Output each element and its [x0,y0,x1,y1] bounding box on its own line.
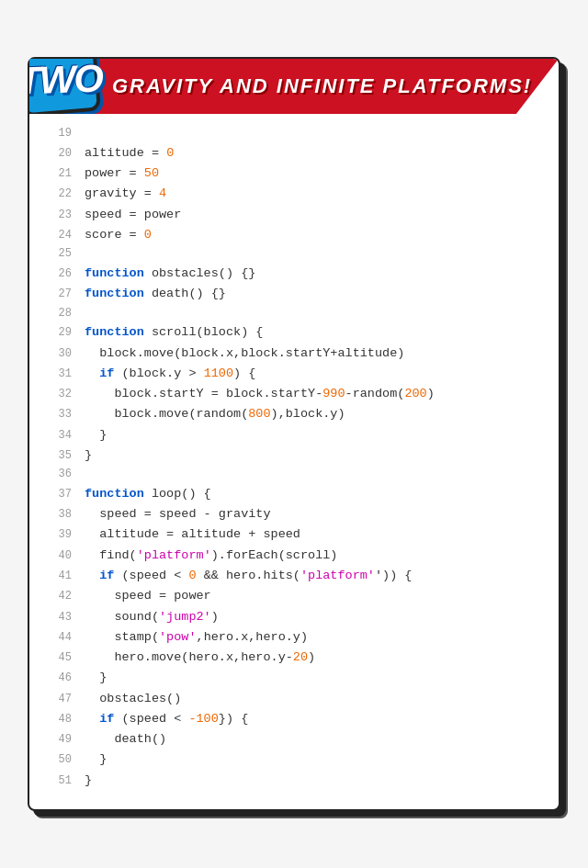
two-label: TWO [17,56,103,103]
token-var: speed = power [85,208,181,221]
code-line: 35} [44,445,544,466]
token-num: -100 [188,712,218,726]
token-var: altitude = altitude + speed [85,527,300,541]
line-content: gravity = 4 [85,184,166,204]
code-line: 42 speed = power [44,586,544,606]
code-line: 40 find('platform').forEach(scroll) [44,546,544,566]
line-content: death() [85,729,166,750]
token-num: 20 [293,650,308,664]
token-str: 'pow' [159,630,197,644]
line-number: 31 [44,366,72,384]
code-line: 51} [44,771,544,791]
token-num: 50 [144,166,159,180]
token-kw: if [99,569,114,582]
token-var: sound( [85,610,159,624]
header-title: GRAVITY AND INFINITE PLATFORMS! [112,74,532,98]
code-line: 22gravity = 4 [44,184,544,204]
line-content: hero.move(hero.x,hero.y-20) [85,648,315,668]
line-content: block.startY = block.startY-990-random(2… [85,384,435,404]
token-var: block.move(random( [85,407,248,421]
line-content: } [85,668,107,688]
line-number: 28 [44,305,72,323]
line-number: 20 [44,145,72,163]
code-area: 1920altitude = 021power = 5022gravity = … [29,118,559,791]
line-number: 22 [44,186,72,204]
token-var: block.startY = block.startY- [85,387,322,400]
code-line: 44 stamp('pow',hero.x,hero.y) [44,627,544,648]
line-number: 34 [44,427,72,445]
token-var: -random( [345,387,405,400]
code-line: 21power = 50 [44,163,544,184]
token-var: ,hero.x,hero.y) [197,630,309,644]
line-number: 37 [44,486,72,504]
token-kw: function [85,325,144,339]
line-content: power = 50 [85,163,159,184]
token-str: 'jump2' [159,610,211,624]
token-var: } [85,752,107,766]
token-var: ).forEach(scroll) [211,548,338,562]
token-var: gravity = [85,186,159,200]
code-line: 43 sound('jump2') [44,607,544,627]
line-number: 47 [44,691,72,709]
token-kw: if [99,712,114,726]
line-content: speed = power [85,205,181,225]
line-number: 27 [44,286,72,304]
token-var: hero.move(hero.x,hero.y- [85,650,293,664]
line-content: function obstacles() {} [85,264,255,284]
code-line: 45 hero.move(hero.x,hero.y-20) [44,648,544,668]
token-var: && hero.hits( [197,569,300,582]
code-line: 41 if (speed < 0 && hero.hits('platform'… [44,566,544,586]
code-line: 48 if (speed < -100}) { [44,709,544,729]
line-content: altitude = altitude + speed [85,524,300,545]
code-line: 30 block.move(block.x,block.startY+altit… [44,344,544,364]
code-line: 49 death() [44,729,544,750]
token-var: } [85,448,92,462]
line-content: speed = speed - gravity [85,504,271,524]
token-var: obstacles() [85,692,181,705]
token-var: ) [427,387,435,400]
token-var [85,569,99,582]
line-content: } [85,750,107,770]
token-num: 0 [166,146,174,160]
line-number: 41 [44,568,72,586]
code-line: 33 block.move(random(800),block.y) [44,404,544,424]
token-var: ) [211,610,219,624]
line-content: } [85,425,107,445]
line-number: 23 [44,207,72,225]
line-content: find('platform').forEach(scroll) [85,546,337,566]
token-var: (block.y > [114,366,203,380]
token-var: power = [85,166,144,180]
line-number: 24 [44,227,72,245]
line-number: 40 [44,547,72,566]
code-line: 38 speed = speed - gravity [44,504,544,524]
code-line: 39 altitude = altitude + speed [44,524,544,545]
line-content: speed = power [85,586,211,606]
code-line: 46 } [44,668,544,688]
token-var: ) { [233,366,255,380]
line-number: 44 [44,629,72,648]
code-line: 34 } [44,425,544,445]
token-kw: function [85,266,144,280]
token-var: altitude = [85,146,166,160]
line-content: if (block.y > 1100) { [85,364,255,384]
line-number: 42 [44,588,72,606]
line-number: 33 [44,406,72,424]
token-var: loop() { [144,487,211,501]
token-var: speed = power [85,589,211,603]
code-line: 25 [44,245,544,264]
code-line: 26function obstacles() {} [44,264,544,284]
line-content: stamp('pow',hero.x,hero.y) [85,627,308,648]
token-num: 800 [248,407,270,421]
line-content: } [85,445,92,466]
code-line: 24score = 0 [44,225,544,245]
code-line: 19 [44,125,544,143]
token-num: 990 [322,387,345,400]
token-kw: if [99,366,114,380]
code-line: 23speed = power [44,205,544,225]
code-line: 50 } [44,750,544,770]
line-number: 25 [44,245,72,264]
line-number: 26 [44,265,72,284]
token-var: ) [308,650,315,664]
header-banner: TWO GRAVITY AND INFINITE PLATFORMS! [29,59,559,114]
code-line: 47 obstacles() [44,689,544,709]
